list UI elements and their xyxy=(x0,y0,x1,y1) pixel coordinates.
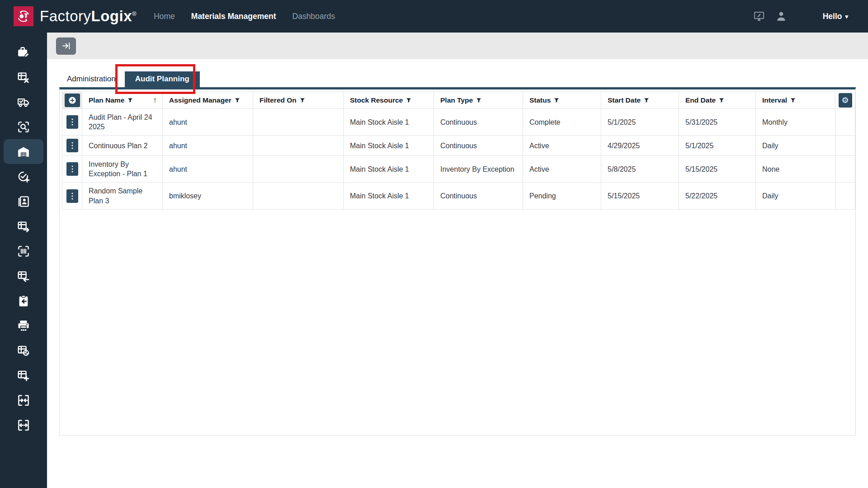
tab-audit-planning[interactable]: Audit Planning xyxy=(125,71,200,87)
row-actions-cell xyxy=(62,109,82,136)
filter-icon xyxy=(127,98,133,103)
arrow-to-bar-icon xyxy=(61,41,71,51)
nav-materials-management[interactable]: Materials Management xyxy=(191,12,276,21)
table-remove-icon xyxy=(17,70,30,84)
main-content: Administration Audit Planning xyxy=(47,33,868,488)
sidebar-item-contact-card[interactable] xyxy=(4,189,43,214)
cell-start-date: 5/8/2025 xyxy=(601,156,679,183)
row-actions-button[interactable] xyxy=(66,115,78,129)
check-circle-add-icon xyxy=(17,170,30,183)
cell-filtered-on xyxy=(253,156,344,183)
vertical-ellipsis-icon xyxy=(71,192,74,200)
row-actions-button[interactable] xyxy=(66,189,78,203)
table-import-left-icon xyxy=(17,269,30,283)
column-header-filtered-on[interactable]: Filtered On xyxy=(253,92,344,109)
navbar-right: Hello ▾ xyxy=(753,10,848,23)
tab-administration[interactable]: Administration xyxy=(61,72,121,87)
nav-dashboards[interactable]: Dashboards xyxy=(292,12,335,21)
cell-plan-type: Continuous xyxy=(434,109,523,136)
cell-plan-name: Audit Plan - April 24 2025 xyxy=(82,109,163,136)
column-header-status[interactable]: Status xyxy=(523,92,601,109)
row-actions-button[interactable] xyxy=(66,162,78,176)
sidebar-item-table-add[interactable] xyxy=(4,363,43,388)
sidebar-item-check-circle-add[interactable] xyxy=(4,164,43,189)
cell-filtered-on xyxy=(253,136,344,156)
table-refresh-icon xyxy=(17,344,30,357)
vertical-ellipsis-icon xyxy=(71,165,74,173)
sidebar-item-clipboard-return[interactable] xyxy=(4,288,43,313)
collapse-panel-button[interactable] xyxy=(56,38,76,55)
circle-plus-icon xyxy=(67,95,77,105)
filter-icon xyxy=(406,98,411,103)
sidebar-item-barcode-scan[interactable] xyxy=(4,239,43,263)
cell-status: Pending xyxy=(523,183,601,209)
column-header-end-date[interactable]: End Date xyxy=(679,92,756,109)
filter-icon xyxy=(235,98,240,103)
sidebar-item-search-scan[interactable] xyxy=(4,114,43,139)
column-header-stock-resource[interactable]: Stock Resource xyxy=(344,92,434,109)
filter-icon xyxy=(476,98,481,103)
row-settings-cell xyxy=(835,183,855,209)
table-row[interactable]: Continuous Plan 2ahuntMain Stock Aisle 1… xyxy=(62,136,855,156)
sidebar-item-warehouse[interactable] xyxy=(4,139,43,164)
filter-icon xyxy=(554,98,559,103)
cell-filtered-on xyxy=(253,183,344,209)
cell-interval: Daily xyxy=(756,183,835,209)
sidebar-item-briefcase-edit[interactable] xyxy=(4,40,43,65)
sidebar-item-printer[interactable] xyxy=(4,313,43,338)
table-row[interactable]: Random Sample Plan 3bmikloseyMain Stock … xyxy=(62,183,855,209)
truck-check-icon xyxy=(17,95,30,109)
filter-icon xyxy=(300,98,305,103)
vertical-ellipsis-icon xyxy=(71,141,74,150)
column-header-assigned-manager[interactable]: Assigned Manager xyxy=(163,92,253,109)
sidebar-item-table-remove[interactable] xyxy=(4,65,43,89)
tab-bar: Administration Audit Planning xyxy=(47,59,868,87)
cell-stock-resource: Main Stock Aisle 1 xyxy=(344,156,434,183)
table-export-right-icon xyxy=(17,220,30,233)
brand[interactable]: FactoryLogix® xyxy=(14,6,137,26)
filter-icon xyxy=(719,98,724,103)
vertical-ellipsis-icon xyxy=(71,118,74,126)
sidebar-item-expand-horizontal[interactable] xyxy=(4,413,43,437)
sidebar-item-table-export-right[interactable] xyxy=(4,214,43,239)
nav-home[interactable]: Home xyxy=(154,12,175,21)
cell-plan-type: Continuous xyxy=(434,183,523,209)
table-add-icon xyxy=(17,369,30,382)
audit-planning-panel: Plan Name ↑ Assigned Manager Filtered On xyxy=(59,87,856,436)
cell-plan-name: Inventory By Exception - Plan 1 xyxy=(82,156,163,183)
cell-status: Active xyxy=(523,156,601,183)
cell-start-date: 5/1/2025 xyxy=(601,109,679,136)
column-header-plan-name[interactable]: Plan Name ↑ xyxy=(82,92,163,109)
table-row[interactable]: Inventory By Exception - Plan 1ahuntMain… xyxy=(62,156,855,183)
user-profile-icon[interactable] xyxy=(775,10,788,23)
expand-all-button[interactable] xyxy=(65,94,80,107)
cell-interval: Daily xyxy=(756,136,835,156)
filter-icon xyxy=(790,98,796,103)
sidebar-item-table-refresh[interactable] xyxy=(4,338,43,363)
factorylogix-logo-icon xyxy=(14,6,33,26)
monitor-edit-icon[interactable] xyxy=(753,10,765,22)
collapse-horizontal-icon xyxy=(17,394,30,407)
cell-stock-resource: Main Stock Aisle 1 xyxy=(344,136,434,156)
row-actions-cell xyxy=(62,156,82,183)
column-header-start-date[interactable]: Start Date xyxy=(601,92,679,109)
cell-start-date: 4/29/2025 xyxy=(601,136,679,156)
table-row[interactable]: Audit Plan - April 24 2025ahuntMain Stoc… xyxy=(62,109,855,136)
cell-start-date: 5/15/2025 xyxy=(601,183,679,209)
cell-assigned-manager: ahunt xyxy=(163,156,253,183)
column-header-interval[interactable]: Interval xyxy=(756,92,835,109)
sort-ascending-icon[interactable]: ↑ xyxy=(153,96,159,105)
cell-end-date: 5/1/2025 xyxy=(679,136,756,156)
cell-assigned-manager: ahunt xyxy=(163,136,253,156)
column-settings-button[interactable]: ⚙ xyxy=(839,93,852,108)
row-settings-cell xyxy=(835,136,855,156)
user-menu[interactable]: Hello ▾ xyxy=(823,12,848,21)
cell-interval: None xyxy=(756,156,835,183)
cell-filtered-on xyxy=(253,109,344,136)
sidebar-item-truck-check[interactable] xyxy=(4,89,43,114)
sidebar-item-collapse-horizontal[interactable] xyxy=(4,388,43,413)
gear-icon: ⚙ xyxy=(841,96,849,104)
sidebar-item-table-import-left[interactable] xyxy=(4,263,43,288)
row-actions-button[interactable] xyxy=(66,139,78,152)
column-header-plan-type[interactable]: Plan Type xyxy=(434,92,523,109)
